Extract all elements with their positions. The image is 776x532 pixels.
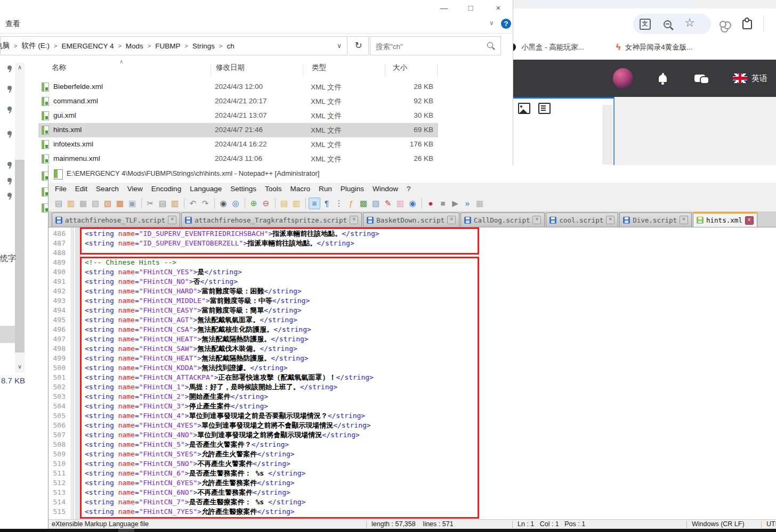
breadcrumb-item[interactable]: 电脑 bbox=[0, 41, 13, 51]
menu-encoding[interactable]: Encoding bbox=[147, 185, 185, 193]
function-list-icon[interactable]: ƒ bbox=[345, 198, 357, 209]
menu-file[interactable]: File bbox=[51, 185, 71, 193]
folder-workspace-icon[interactable]: ▥ bbox=[394, 198, 406, 209]
extensions-puzzle-icon[interactable] bbox=[740, 17, 755, 32]
table-row[interactable]: infotexts.xml2024/4/14 16:22XML 文件176 KB bbox=[0, 137, 513, 152]
language-flag-icon[interactable] bbox=[733, 73, 747, 83]
run-script-icon[interactable]: ✎ bbox=[382, 198, 394, 209]
menu-view[interactable]: View bbox=[123, 185, 147, 193]
sync-scroll-h-icon[interactable]: ▥ bbox=[290, 198, 302, 209]
close-all-icon[interactable]: ▩ bbox=[114, 198, 126, 209]
minimize-button[interactable]: — bbox=[432, 1, 456, 15]
macro-play-icon[interactable]: ▶ bbox=[449, 198, 461, 209]
breadcrumb-dropdown-icon[interactable]: ∨ bbox=[337, 42, 342, 50]
zoom-out-icon[interactable] bbox=[660, 17, 675, 31]
macro-save-icon[interactable]: ▦ bbox=[474, 198, 486, 209]
monitoring-icon[interactable]: ◉ bbox=[407, 198, 418, 209]
menu-plugins[interactable]: Plugins bbox=[336, 185, 368, 193]
bookmark-item[interactable]: 小黑盒 - 高能玩家... bbox=[521, 43, 584, 52]
menu-settings[interactable]: Settings bbox=[226, 185, 261, 193]
nav-scrollbar-thumb[interactable] bbox=[15, 160, 25, 353]
messages-chat-icon[interactable] bbox=[694, 75, 705, 82]
menu-window[interactable]: Window bbox=[368, 185, 402, 193]
tab-Dive.script[interactable]: Dive.script× bbox=[619, 212, 692, 227]
menu-language[interactable]: Language bbox=[185, 185, 226, 193]
profile-blob-icon[interactable] bbox=[715, 17, 730, 31]
close-icon[interactable]: × bbox=[745, 216, 754, 225]
scroll-down-icon[interactable]: ∨ bbox=[18, 363, 22, 370]
redo-icon[interactable]: ↷ bbox=[199, 198, 211, 209]
word-wrap-icon[interactable]: ≡ bbox=[309, 198, 320, 209]
find-icon[interactable]: ◉ bbox=[217, 198, 229, 209]
column-header-type[interactable]: 类型 bbox=[312, 63, 326, 72]
new-file-icon[interactable]: ▤ bbox=[53, 198, 64, 209]
column-header-name[interactable]: 名称 bbox=[52, 63, 66, 72]
open-file-icon[interactable]: ▥ bbox=[65, 198, 77, 209]
search-input[interactable] bbox=[375, 38, 478, 55]
breadcrumb-item[interactable]: 软件 (E:) bbox=[18, 41, 53, 51]
menu-edit[interactable]: Edit bbox=[71, 185, 92, 193]
close-icon[interactable]: × bbox=[350, 216, 358, 224]
macro-multi-run-icon[interactable]: » bbox=[462, 198, 473, 209]
tab-attachfirehose_Tragkraftspritze.script[interactable]: attachfirehose_Tragkraftspritze.script× bbox=[181, 212, 362, 227]
table-row[interactable]: gui.xml2024/4/21 13:07XML 文件30 KB bbox=[0, 109, 513, 123]
tab-CallDog.script[interactable]: CallDog.script× bbox=[460, 212, 545, 227]
panel-scrollbar[interactable] bbox=[602, 105, 612, 165]
address-bar[interactable] bbox=[529, 0, 694, 9]
macro-stop-icon[interactable]: ■ bbox=[437, 198, 449, 209]
doc-map-icon[interactable]: ▩ bbox=[358, 198, 369, 209]
copy-icon[interactable]: ▤ bbox=[157, 198, 168, 209]
ribbon-collapse-icon[interactable]: ∨ bbox=[489, 19, 494, 27]
close-button[interactable]: × bbox=[486, 1, 511, 15]
language-label[interactable]: 英语 bbox=[751, 73, 767, 84]
insert-document-icon[interactable] bbox=[538, 103, 551, 114]
cut-icon[interactable]: ✂ bbox=[144, 198, 156, 209]
undo-icon[interactable]: ↶ bbox=[187, 198, 199, 209]
menu-help[interactable]: ? bbox=[402, 185, 415, 193]
replace-icon[interactable]: ◎ bbox=[230, 198, 241, 209]
menu-run[interactable]: Run bbox=[314, 185, 336, 193]
insert-image-icon[interactable] bbox=[518, 103, 530, 114]
tab-cool.script[interactable]: cool.script× bbox=[546, 212, 618, 227]
save-icon[interactable]: ▦ bbox=[77, 198, 89, 209]
avatar[interactable] bbox=[613, 68, 633, 88]
table-row[interactable]: hints.xml2024/4/7 21:46XML 文件69 KB bbox=[0, 123, 513, 137]
print-icon[interactable]: ▣ bbox=[126, 198, 138, 209]
sync-scroll-v-icon[interactable]: ▤ bbox=[278, 198, 290, 209]
tab-view[interactable]: 查看 bbox=[5, 19, 20, 29]
tab-attachfirehose_TLF.script[interactable]: attachfirehose_TLF.script× bbox=[52, 212, 180, 227]
indent-guide-icon[interactable]: ⋮ bbox=[333, 198, 345, 209]
paste-icon[interactable]: ▥ bbox=[169, 198, 181, 209]
tab-BasketDown.script[interactable]: BasketDown.script× bbox=[363, 212, 459, 227]
translate-icon[interactable]: 文 bbox=[637, 17, 652, 31]
breadcrumb-item[interactable]: Mods bbox=[123, 42, 147, 50]
maximize-button[interactable]: □ bbox=[458, 1, 483, 15]
table-row[interactable]: mainmenu.xml2024/4/3 11:06XML 文件26 KB bbox=[0, 152, 513, 166]
breadcrumb-item[interactable]: EMERGENCY 4 bbox=[58, 42, 117, 50]
scroll-up-icon[interactable]: ∧ bbox=[18, 64, 22, 71]
zoom-in-icon[interactable]: ⊕ bbox=[248, 198, 260, 209]
tab-hints.xml[interactable]: hints.xml× bbox=[693, 212, 757, 227]
breadcrumb-item[interactable]: ch bbox=[223, 42, 237, 50]
nav-item-fragment[interactable]: 统字 bbox=[0, 253, 16, 264]
close-icon[interactable]: × bbox=[606, 216, 615, 224]
close-icon[interactable]: × bbox=[447, 216, 456, 224]
bookmark-star-icon[interactable]: ☆ bbox=[682, 15, 697, 30]
close-icon[interactable]: × bbox=[680, 216, 688, 224]
close-doc-icon[interactable]: ▨ bbox=[102, 198, 114, 209]
breadcrumb-item[interactable]: FUBMP bbox=[152, 42, 183, 50]
notifications-bell-icon[interactable] bbox=[659, 75, 667, 82]
zoom-out-icon[interactable]: ⊖ bbox=[260, 198, 272, 209]
close-icon[interactable]: × bbox=[532, 216, 541, 224]
table-row[interactable]: command.xml2024/4/21 20:17XML 文件92 KB bbox=[0, 94, 513, 109]
menu-search[interactable]: Search bbox=[92, 185, 123, 193]
show-all-chars-icon[interactable]: ¶ bbox=[321, 198, 333, 209]
table-row[interactable]: Bieberfelde.xml2024/4/3 12:00XML 文件28 KB bbox=[0, 80, 513, 94]
menu-tools[interactable]: Tools bbox=[261, 185, 286, 193]
save-all-icon[interactable]: ▧ bbox=[90, 198, 101, 209]
bookmark-item[interactable]: 女神异闻录4黄金版... bbox=[625, 43, 693, 52]
help-button[interactable]: ? bbox=[501, 19, 511, 29]
menu-macro[interactable]: Macro bbox=[286, 185, 315, 193]
column-header-size[interactable]: 大小 bbox=[393, 63, 407, 72]
column-header-date[interactable]: 修改日期 bbox=[216, 63, 245, 72]
